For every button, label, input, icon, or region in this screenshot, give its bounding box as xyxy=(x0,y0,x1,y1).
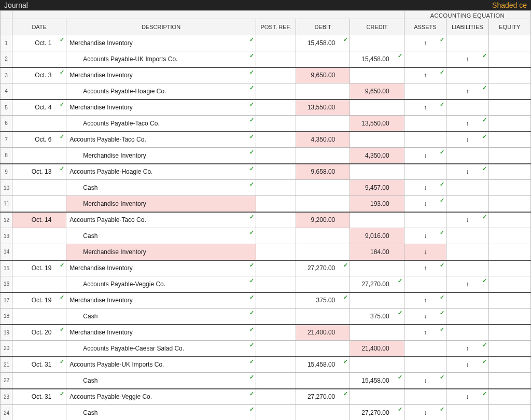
date-cell[interactable] xyxy=(12,244,66,260)
date-cell[interactable]: Oct. 19✓ xyxy=(12,292,66,309)
credit-cell[interactable] xyxy=(350,35,404,51)
credit-cell[interactable]: 9,016.00 xyxy=(350,228,404,244)
debit-cell[interactable] xyxy=(296,51,350,67)
liabilities-cell[interactable]: ↓✓ xyxy=(446,164,488,180)
liabilities-cell[interactable]: ↓✓ xyxy=(446,212,488,228)
liabilities-cell[interactable]: ↑✓ xyxy=(446,116,488,132)
postref-cell[interactable] xyxy=(256,325,296,341)
debit-cell[interactable] xyxy=(296,276,350,292)
equity-cell[interactable] xyxy=(488,276,531,292)
description-cell[interactable]: Accounts Payable-UK Imports Co.✓ xyxy=(66,357,256,373)
liabilities-cell[interactable]: ↓✓ xyxy=(446,357,488,373)
credit-cell[interactable]: 184.00 xyxy=(350,244,404,260)
date-cell[interactable] xyxy=(12,373,66,389)
liabilities-cell[interactable] xyxy=(446,373,488,389)
debit-cell[interactable] xyxy=(296,148,350,164)
description-cell[interactable]: Merchandise Inventory✓ xyxy=(66,67,256,83)
date-cell[interactable]: Oct. 20✓ xyxy=(12,325,66,341)
debit-cell[interactable]: 9,200.00 xyxy=(296,212,350,228)
assets-cell[interactable]: ↑✓ xyxy=(404,325,446,341)
equity-cell[interactable] xyxy=(488,325,531,341)
assets-cell[interactable] xyxy=(404,51,446,67)
description-cell[interactable]: Accounts Payable-Veggie Co.✓ xyxy=(66,276,256,292)
description-cell[interactable]: Cash✓ xyxy=(66,309,256,325)
description-cell[interactable]: Merchandise Inventory xyxy=(66,196,256,212)
debit-cell[interactable]: 21,400.00 xyxy=(296,325,350,341)
description-cell[interactable]: Accounts Payable-Veggie Co.✓ xyxy=(66,389,256,405)
description-cell[interactable]: Accounts Payable-Caesar Salad Co.✓ xyxy=(66,341,256,357)
liabilities-cell[interactable]: ↑✓ xyxy=(446,341,488,357)
postref-cell[interactable] xyxy=(256,309,296,325)
assets-cell[interactable]: ↓✓ xyxy=(404,148,446,164)
equity-cell[interactable] xyxy=(488,357,531,373)
postref-cell[interactable] xyxy=(256,244,296,260)
debit-cell[interactable] xyxy=(296,180,350,196)
credit-cell[interactable]: 15,458.00✓ xyxy=(350,51,404,67)
postref-cell[interactable] xyxy=(256,148,296,164)
description-cell[interactable]: Accounts Payable-Taco Co.✓ xyxy=(66,116,256,132)
description-cell[interactable]: Cash✓ xyxy=(66,228,256,244)
date-cell[interactable]: Oct. 13✓ xyxy=(12,164,66,180)
postref-cell[interactable] xyxy=(256,260,296,276)
debit-cell[interactable]: 15,458.00✓ xyxy=(296,35,350,51)
assets-cell[interactable]: ↑✓ xyxy=(404,67,446,83)
date-cell[interactable] xyxy=(12,341,66,357)
credit-cell[interactable]: 21,400.00 xyxy=(350,341,404,357)
credit-cell[interactable]: 27,270.00✓ xyxy=(350,405,404,421)
description-cell[interactable]: Accounts Payable-Taco Co.✓ xyxy=(66,132,256,148)
postref-cell[interactable] xyxy=(256,228,296,244)
assets-cell[interactable]: ↓ xyxy=(404,244,446,260)
date-cell[interactable] xyxy=(12,83,66,100)
assets-cell[interactable] xyxy=(404,276,446,292)
postref-cell[interactable] xyxy=(256,116,296,132)
credit-cell[interactable] xyxy=(350,260,404,276)
liabilities-cell[interactable] xyxy=(446,292,488,309)
liabilities-cell[interactable]: ↓✓ xyxy=(446,389,488,405)
date-cell[interactable]: Oct. 3✓ xyxy=(12,67,66,83)
credit-cell[interactable] xyxy=(350,325,404,341)
credit-cell[interactable]: 375.00✓ xyxy=(350,309,404,325)
liabilities-cell[interactable] xyxy=(446,100,488,116)
date-cell[interactable] xyxy=(12,196,66,212)
description-cell[interactable]: Accounts Payable-Taco Co.✓ xyxy=(66,212,256,228)
date-cell[interactable]: Oct. 14 xyxy=(12,212,66,228)
equity-cell[interactable] xyxy=(488,148,531,164)
debit-cell[interactable] xyxy=(296,244,350,260)
liabilities-cell[interactable] xyxy=(446,148,488,164)
equity-cell[interactable] xyxy=(488,100,531,116)
postref-cell[interactable] xyxy=(256,292,296,309)
description-cell[interactable]: Merchandise Inventory✓ xyxy=(66,148,256,164)
liabilities-cell[interactable] xyxy=(446,405,488,421)
date-cell[interactable] xyxy=(12,276,66,292)
equity-cell[interactable] xyxy=(488,196,531,212)
debit-cell[interactable]: 15,458.00✓ xyxy=(296,357,350,373)
equity-cell[interactable] xyxy=(488,228,531,244)
assets-cell[interactable]: ↓✓ xyxy=(404,405,446,421)
debit-cell[interactable] xyxy=(296,83,350,100)
date-cell[interactable]: Oct. 19✓ xyxy=(12,260,66,276)
postref-cell[interactable] xyxy=(256,35,296,51)
liabilities-cell[interactable]: ↑✓ xyxy=(446,83,488,100)
credit-cell[interactable] xyxy=(350,164,404,180)
equity-cell[interactable] xyxy=(488,260,531,276)
equity-cell[interactable] xyxy=(488,35,531,51)
equity-cell[interactable] xyxy=(488,389,531,405)
postref-cell[interactable] xyxy=(256,357,296,373)
date-cell[interactable]: Oct. 4✓ xyxy=(12,100,66,116)
liabilities-cell[interactable] xyxy=(446,260,488,276)
assets-cell[interactable] xyxy=(404,164,446,180)
postref-cell[interactable] xyxy=(256,373,296,389)
description-cell[interactable]: Merchandise Inventory✓ xyxy=(66,325,256,341)
assets-cell[interactable]: ↓✓ xyxy=(404,180,446,196)
debit-cell[interactable]: 4,350.00 xyxy=(296,132,350,148)
equity-cell[interactable] xyxy=(488,244,531,260)
description-cell[interactable]: Merchandise Inventory✓ xyxy=(66,35,256,51)
equity-cell[interactable] xyxy=(488,341,531,357)
credit-cell[interactable]: 4,350.00 xyxy=(350,148,404,164)
description-cell[interactable]: Merchandise Inventory✓ xyxy=(66,260,256,276)
postref-cell[interactable] xyxy=(256,276,296,292)
credit-cell[interactable]: 9,457.00 xyxy=(350,180,404,196)
equity-cell[interactable] xyxy=(488,83,531,100)
assets-cell[interactable]: ↓✓ xyxy=(404,196,446,212)
credit-cell[interactable] xyxy=(350,389,404,405)
